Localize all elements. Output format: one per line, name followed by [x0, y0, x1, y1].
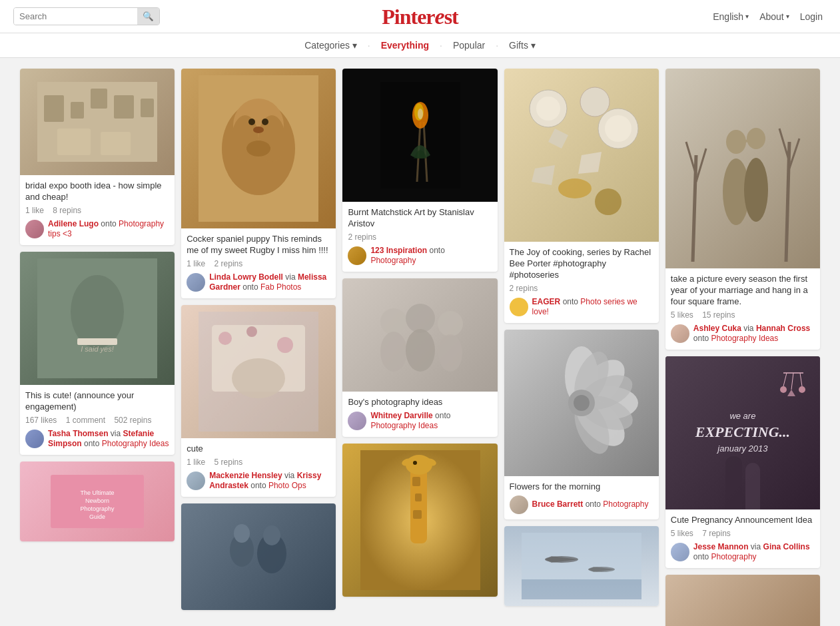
pinner-name[interactable]: 123 Inspiration	[370, 246, 427, 255]
categories-arrow: ▾	[352, 40, 357, 51]
pinner-name[interactable]: Bruce Barrett	[532, 499, 584, 509]
pinner-text: Ashley Cuka via Hannah Cross onto Photog…	[693, 324, 815, 344]
pin-likes: 5 likes	[671, 529, 693, 538]
pin-stats: 167 likes 1 comment 502 repins	[25, 416, 169, 425]
pin-image[interactable]	[181, 69, 336, 228]
pinner-row: Whitney Darville onto Photography Ideas	[348, 411, 492, 432]
subnav-gifts[interactable]: Gifts ▾	[509, 40, 536, 51]
pinner-text: Linda Lowry Bodell via Melissa Gardner o…	[209, 272, 330, 293]
board-name[interactable]: Photography	[603, 499, 648, 509]
expecting-date: january 2013	[695, 443, 790, 455]
pinner-row: Jesse Mannon via Gina Collins onto Photo…	[671, 542, 815, 563]
svg-point-66	[605, 115, 631, 142]
search-input[interactable]	[14, 8, 137, 25]
pin-card	[665, 575, 820, 626]
svg-point-54	[406, 455, 432, 475]
svg-rect-3	[91, 89, 107, 109]
pin-card: Boy's photography ideas Whitney Darville…	[342, 278, 497, 437]
svg-text:Photography: Photography	[81, 505, 115, 512]
board-name[interactable]: Photography	[370, 256, 416, 265]
avatar	[348, 246, 366, 265]
pinner-row: Ashley Cuka via Hannah Cross onto Photog…	[671, 324, 815, 344]
logo[interactable]: Pinterest	[382, 4, 458, 29]
subnav-sep1: ·	[368, 40, 370, 51]
subnav-popular[interactable]: Popular	[453, 40, 485, 51]
board-name[interactable]: Photography	[711, 552, 757, 561]
board-name[interactable]: Photography Ideas	[711, 334, 779, 343]
avatar	[187, 471, 205, 490]
svg-point-36	[234, 524, 250, 543]
board-name[interactable]: Photography Ideas	[102, 439, 169, 448]
svg-rect-10	[77, 338, 117, 345]
board-name[interactable]: Photo Ops	[268, 481, 306, 490]
pin-repins: 15 repins	[702, 310, 735, 320]
pinner-name[interactable]: EAGER	[532, 297, 561, 306]
pin-stats: 2 repins	[510, 284, 653, 293]
svg-text:The Ultimate: The Ultimate	[81, 489, 115, 496]
pin-body: Cocker spaniel puppy This reminds me of …	[181, 228, 336, 298]
pin-image[interactable]	[342, 278, 497, 392]
pin-image[interactable]	[342, 444, 497, 597]
pin-image[interactable]: we are EXPECTING... january 2013	[665, 356, 820, 509]
pinner-text: 123 Inspiration onto Photography	[370, 246, 492, 266]
pin-image[interactable]	[504, 526, 659, 606]
avatar	[348, 412, 366, 430]
pin-card	[504, 526, 659, 606]
search-button[interactable]: 🔍	[137, 8, 159, 25]
pinner-name[interactable]: Whitney Darville	[370, 411, 432, 420]
svg-line-105	[800, 373, 802, 386]
pin-title: Flowers for the morning	[510, 481, 653, 493]
svg-marker-107	[787, 390, 795, 396]
board-name[interactable]: Fab Photos	[260, 282, 301, 292]
pin-stats: 1 like 8 repins	[25, 206, 169, 215]
pin-image[interactable]	[504, 69, 659, 242]
pin-image[interactable]	[665, 69, 820, 268]
pin-image[interactable]	[181, 305, 336, 438]
svg-point-38	[263, 525, 280, 545]
subnav-everything[interactable]: Everything	[381, 40, 429, 51]
subnav-categories[interactable]: Categories ▾	[304, 40, 357, 51]
pin-body: The Joy of cooking, series by Rachel Bee…	[504, 242, 659, 323]
pinner-text: Tasha Thomsen via Stefanie Simpson onto …	[48, 429, 169, 450]
svg-text:Guide: Guide	[89, 513, 105, 520]
subnav: Categories ▾ · Everything · Popular · Gi…	[0, 33, 840, 58]
english-menu[interactable]: English ▾	[709, 9, 753, 25]
pinner-name[interactable]: Adilene Lugo	[48, 219, 99, 228]
pin-image[interactable]	[342, 69, 497, 202]
board-name[interactable]: Photography Ideas	[370, 421, 438, 430]
column-5: take a picture every season the first ye…	[665, 69, 820, 626]
via-name[interactable]: Hannah Cross	[756, 324, 810, 333]
svg-point-106	[780, 386, 787, 393]
english-label: English	[713, 11, 743, 22]
avatar	[671, 543, 689, 561]
pin-image[interactable]: The Ultimate Newborn Photography Guide	[20, 462, 175, 541]
pin-title: Cute Pregnancy Announcement Idea	[671, 515, 815, 526]
pin-image[interactable]	[20, 69, 175, 175]
pin-image[interactable]: I said yes!	[20, 252, 175, 385]
pin-stats: 5 likes 15 repins	[671, 310, 815, 320]
pin-image[interactable]	[504, 330, 659, 476]
pinner-name[interactable]: Ashley Cuka	[693, 324, 741, 333]
pinner-name[interactable]: Linda Lowry Bodell	[209, 272, 283, 282]
pinner-name[interactable]: Tasha Thomsen	[48, 429, 108, 438]
login-button[interactable]: Login	[796, 9, 827, 25]
pin-image[interactable]	[181, 503, 336, 610]
pin-image[interactable]	[665, 575, 820, 626]
svg-point-63	[536, 97, 560, 121]
svg-point-48	[406, 304, 435, 333]
pin-card: bridal expo booth idea - how simple and …	[20, 69, 175, 245]
svg-rect-84	[522, 533, 641, 579]
pin-title: take a picture every season the first ye…	[671, 274, 815, 308]
pin-body: take a picture every season the first ye…	[665, 268, 820, 350]
pinner-row: Linda Lowry Bodell via Melissa Gardner o…	[187, 272, 330, 293]
pin-card	[342, 444, 497, 597]
pin-likes: 1 like	[187, 259, 205, 268]
pinner-name[interactable]: Jesse Mannon	[693, 542, 749, 551]
about-menu[interactable]: About ▾	[755, 9, 793, 25]
pin-body: bridal expo booth idea - how simple and …	[20, 175, 175, 245]
svg-point-108	[799, 386, 805, 393]
pinner-name[interactable]: Mackenzie Hensley	[209, 471, 282, 480]
via-name[interactable]: Gina Collins	[763, 542, 810, 551]
svg-line-103	[783, 373, 787, 386]
pinner-row: 123 Inspiration onto Photography	[348, 246, 492, 266]
